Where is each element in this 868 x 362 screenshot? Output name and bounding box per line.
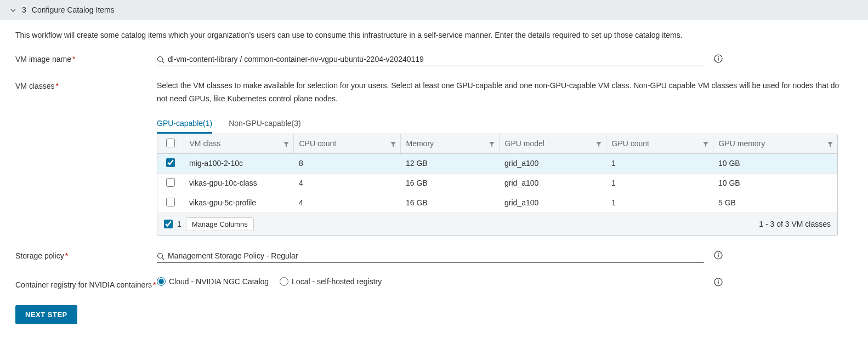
- storage-policy-label: Storage policy: [15, 251, 64, 260]
- search-icon: [157, 251, 164, 260]
- vm-image-input[interactable]: dl-vm-content-library / common-container…: [157, 53, 704, 66]
- cell-gpucount: 1: [606, 173, 713, 193]
- col-gpumem: GPU memory: [713, 134, 837, 154]
- storage-policy-input[interactable]: Management Storage Policy - Regular: [157, 249, 704, 263]
- cell-vmclass: vikas-gpu-5c-profile: [184, 193, 293, 212]
- svg-line-1: [162, 61, 164, 64]
- vm-image-value: dl-vm-content-library / common-container…: [168, 55, 704, 64]
- filter-icon[interactable]: [596, 139, 602, 148]
- col-cpu: CPU count: [293, 134, 400, 154]
- col-select-all: [157, 134, 184, 154]
- cell-gpucount: 1: [606, 153, 713, 173]
- svg-point-0: [158, 57, 163, 62]
- registry-cloud-option[interactable]: Cloud - NVIDIA NGC Catalog: [157, 277, 269, 286]
- cell-gpumem: 5 GB: [713, 193, 837, 212]
- select-all-checkbox[interactable]: [166, 139, 175, 147]
- step-header[interactable]: 3 Configure Catalog Items: [0, 0, 868, 20]
- row-checkbox[interactable]: [166, 158, 175, 167]
- info-icon[interactable]: [714, 250, 723, 260]
- cell-memory: 16 GB: [400, 193, 499, 212]
- row-checkbox[interactable]: [166, 178, 175, 187]
- table-row[interactable]: vikas-gpu-5c-profile416 GBgrid_a10015 GB: [157, 193, 837, 212]
- search-icon: [157, 55, 164, 64]
- cell-cpu: 8: [293, 153, 400, 173]
- vm-image-label: VM image name: [15, 55, 71, 64]
- svg-line-6: [162, 258, 164, 260]
- col-gpucount: GPU count: [606, 134, 713, 154]
- cell-memory: 12 GB: [400, 153, 499, 173]
- cell-gpumem: 10 GB: [713, 153, 837, 173]
- svg-point-5: [158, 254, 163, 258]
- next-step-button[interactable]: NEXT STEP: [15, 305, 77, 324]
- registry-label: Container registry for NVIDIA containers: [15, 280, 152, 289]
- footer-selected-checkbox[interactable]: [164, 220, 173, 228]
- table-footer: 1 Manage Columns 1 - 3 of 3 VM classes: [157, 213, 837, 235]
- svg-rect-9: [718, 255, 718, 257]
- registry-radio-group: Cloud - NVIDIA NGC Catalog Local - self-…: [157, 277, 853, 286]
- cell-memory: 16 GB: [400, 173, 499, 193]
- svg-point-11: [718, 280, 719, 281]
- footer-selected-count: 1: [177, 220, 181, 228]
- step-number: 3: [22, 5, 26, 14]
- vm-classes-tabs: GPU-capable(1) Non-GPU-capable(3): [157, 114, 853, 134]
- vm-classes-desc: Select the VM classes to make available …: [157, 79, 848, 106]
- registry-local-option[interactable]: Local - self-hosted registry: [280, 277, 382, 286]
- cell-vmclass: vikas-gpu-10c-class: [184, 173, 293, 193]
- col-vmclass: VM class: [184, 134, 293, 154]
- filter-icon[interactable]: [283, 139, 289, 148]
- registry-local-radio[interactable]: [280, 277, 288, 286]
- svg-rect-12: [718, 281, 718, 284]
- intro-text: This workflow will create some catalog i…: [15, 31, 853, 39]
- filter-icon[interactable]: [703, 139, 708, 148]
- cell-cpu: 4: [293, 173, 400, 193]
- footer-summary: 1 - 3 of 3 VM classes: [759, 220, 831, 228]
- required-marker: *: [65, 251, 68, 260]
- table-row[interactable]: mig-a100-2-10c812 GBgrid_a100110 GB: [157, 153, 837, 173]
- cell-gpumem: 10 GB: [713, 173, 837, 193]
- col-gpumodel: GPU model: [499, 134, 606, 154]
- tab-non-gpu-capable[interactable]: Non-GPU-capable(3): [229, 114, 301, 134]
- step-title: Configure Catalog Items: [32, 5, 115, 14]
- info-icon[interactable]: [714, 54, 723, 63]
- svg-point-8: [718, 253, 719, 254]
- info-icon[interactable]: [714, 277, 723, 286]
- required-marker: *: [153, 280, 156, 289]
- storage-policy-value: Management Storage Policy - Regular: [168, 251, 704, 260]
- manage-columns-button[interactable]: Manage Columns: [186, 217, 254, 231]
- cell-vmclass: mig-a100-2-10c: [184, 153, 293, 173]
- required-marker: *: [56, 82, 59, 90]
- cell-gpumodel: grid_a100: [499, 193, 606, 212]
- table-row[interactable]: vikas-gpu-10c-class416 GBgrid_a100110 GB: [157, 173, 837, 193]
- cell-cpu: 4: [293, 193, 400, 212]
- svg-point-3: [718, 56, 719, 58]
- svg-rect-4: [718, 58, 718, 61]
- row-checkbox[interactable]: [166, 198, 175, 206]
- cell-gpucount: 1: [606, 193, 713, 212]
- vm-classes-label: VM classes: [15, 82, 55, 90]
- filter-icon[interactable]: [489, 139, 495, 148]
- cell-gpumodel: grid_a100: [499, 173, 606, 193]
- chevron-down-icon: [10, 5, 16, 14]
- vm-classes-table: VM class CPU count Memory: [157, 134, 838, 236]
- required-marker: *: [72, 55, 75, 64]
- cell-gpumodel: grid_a100: [499, 153, 606, 173]
- tab-gpu-capable[interactable]: GPU-capable(1): [157, 114, 212, 134]
- filter-icon[interactable]: [390, 139, 396, 148]
- registry-cloud-radio[interactable]: [157, 277, 166, 286]
- filter-icon[interactable]: [827, 139, 833, 148]
- col-memory: Memory: [400, 134, 499, 154]
